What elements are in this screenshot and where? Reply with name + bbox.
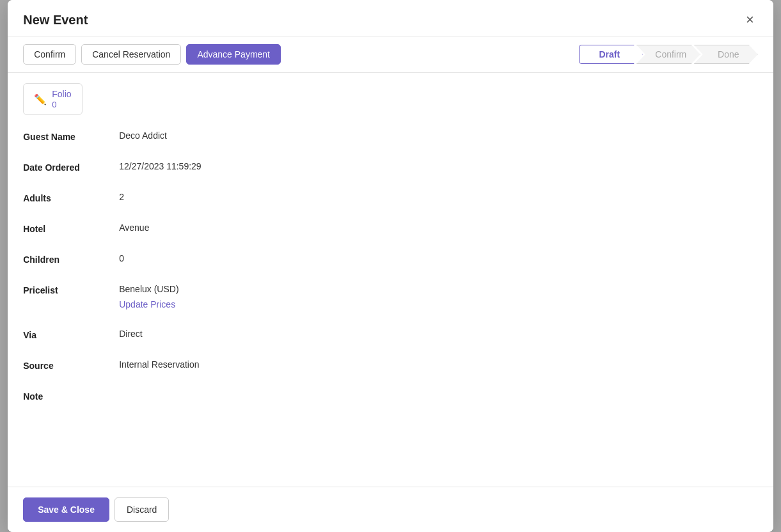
modal-header: New Event × — [8, 0, 773, 36]
label-pricelist: Pricelist — [23, 284, 119, 295]
update-prices-link[interactable]: Update Prices — [119, 299, 178, 309]
advance-payment-button[interactable]: Advance Payment — [186, 44, 281, 65]
toolbar-left: Confirm Cancel Reservation Advance Payme… — [23, 44, 281, 65]
value-date-ordered: 12/27/2023 11:59:29 — [119, 161, 201, 171]
cancel-reservation-button[interactable]: Cancel Reservation — [81, 44, 181, 65]
form-row-via: Via Direct — [23, 329, 758, 340]
form-content: Guest Name Deco Addict Date Ordered 12/2… — [8, 115, 773, 487]
value-children: 0 — [119, 253, 124, 263]
folio-badge[interactable]: ✏️ Folio 0 — [23, 83, 82, 115]
label-date-ordered: Date Ordered — [23, 161, 119, 173]
modal-overlay: New Event × Confirm Cancel Reservation A… — [0, 0, 781, 532]
label-source: Source — [23, 359, 119, 371]
form-row-pricelist: Pricelist Benelux (USD) Update Prices — [23, 284, 758, 309]
status-step-draft: Draft — [579, 45, 643, 64]
form-row-source: Source Internal Reservation — [23, 359, 758, 371]
status-bar: Draft Confirm Done — [579, 45, 758, 64]
modal-title: New Event — [23, 13, 88, 27]
folio-section: ✏️ Folio 0 — [8, 73, 773, 115]
form-row-date-ordered: Date Ordered 12/27/2023 11:59:29 — [23, 161, 758, 173]
save-close-button[interactable]: Save & Close — [23, 497, 109, 522]
label-adults: Adults — [23, 192, 119, 203]
label-hotel: Hotel — [23, 223, 119, 234]
label-note: Note — [23, 390, 119, 402]
value-pricelist: Benelux (USD) — [119, 284, 178, 294]
form-row-children: Children 0 — [23, 253, 758, 265]
label-children: Children — [23, 253, 119, 265]
edit-icon: ✏️ — [34, 93, 47, 106]
folio-count: 0 — [52, 100, 71, 110]
discard-button[interactable]: Discard — [114, 497, 169, 522]
form-row-note: Note — [23, 390, 758, 402]
value-adults: 2 — [119, 192, 124, 202]
form-row-adults: Adults 2 — [23, 192, 758, 203]
folio-label: Folio — [52, 89, 71, 100]
modal-footer: Save & Close Discard — [8, 487, 773, 532]
new-event-modal: New Event × Confirm Cancel Reservation A… — [8, 0, 773, 532]
form-row-hotel: Hotel Avenue — [23, 223, 758, 234]
status-step-confirm: Confirm — [636, 45, 700, 64]
form-row-guest-name: Guest Name Deco Addict — [23, 130, 758, 142]
value-via: Direct — [119, 329, 143, 339]
toolbar: Confirm Cancel Reservation Advance Payme… — [8, 36, 773, 73]
confirm-button[interactable]: Confirm — [23, 44, 76, 65]
close-button[interactable]: × — [742, 12, 758, 28]
label-via: Via — [23, 329, 119, 340]
label-guest-name: Guest Name — [23, 130, 119, 142]
value-guest-name: Deco Addict — [119, 130, 167, 141]
status-step-done: Done — [694, 45, 758, 64]
value-source: Internal Reservation — [119, 359, 199, 370]
value-hotel: Avenue — [119, 223, 149, 233]
